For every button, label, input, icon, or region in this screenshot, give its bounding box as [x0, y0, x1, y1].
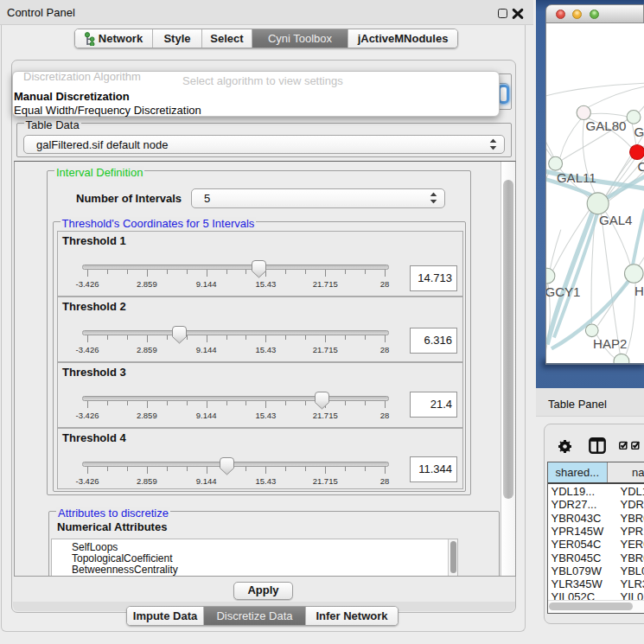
table-row[interactable]: YDR27...YDR2: [548, 498, 644, 511]
slider-tick-label: 28: [380, 476, 390, 486]
close-icon[interactable]: [512, 7, 524, 20]
checkbox-checked-icon[interactable]: [619, 441, 628, 450]
slider-tick: [167, 270, 168, 274]
table-row[interactable]: YLR345WYLR3: [548, 577, 644, 590]
table-data-combobox[interactable]: galFiltered.sif default node: [23, 135, 505, 154]
combo-updown-icon: [430, 193, 437, 204]
network-node-gal11[interactable]: [549, 156, 563, 170]
attribute-list-item[interactable]: SelfLoops: [52, 542, 457, 553]
network-graph-canvas[interactable]: GAL80GACGAL11GAL4GCY1HHAP2: [545, 23, 644, 365]
network-node-gal4[interactable]: [587, 193, 609, 214]
attribute-list-item[interactable]: BetweennessCentrality: [52, 564, 457, 576]
network-node-gcy1[interactable]: [545, 268, 555, 284]
network-node-red[interactable]: [630, 144, 644, 159]
control-panel-title: Control Panel: [7, 6, 75, 19]
slider-tick: [345, 270, 346, 274]
table-horizontal-scrollbar[interactable]: [548, 600, 644, 613]
threshold-value-field[interactable]: 6.316: [410, 328, 457, 354]
tab-jactivemnodules[interactable]: jActiveMNodules: [348, 29, 457, 48]
tab-impute-data[interactable]: Impute Data: [127, 607, 204, 625]
network-node-label: GAL11: [557, 170, 596, 185]
slider-tick: [226, 335, 227, 340]
slider-tick: [147, 270, 148, 277]
float-panel-icon[interactable]: [498, 9, 507, 18]
table-data-label: Table Data: [24, 118, 81, 131]
slider-tick: [285, 467, 286, 471]
table-row[interactable]: YBR043CYBR0: [548, 512, 644, 525]
slider-track[interactable]: [82, 396, 389, 401]
slider-thumb[interactable]: [219, 456, 235, 476]
column-header-name[interactable]: na: [608, 462, 644, 482]
tab-discretize-data[interactable]: Discretize Data: [204, 607, 306, 625]
number-of-intervals-value: 5: [192, 192, 210, 205]
slider-tick: [207, 270, 207, 277]
close-traffic-light[interactable]: [556, 10, 565, 19]
table-row[interactable]: YPR145WYPR1: [548, 525, 644, 538]
attribute-list-item[interactable]: TopologicalCoefficient: [52, 553, 457, 564]
scrollbar-thumb[interactable]: [549, 603, 633, 610]
slider-track[interactable]: [82, 462, 389, 467]
slider-thumb[interactable]: [314, 391, 330, 411]
slider-tick: [226, 401, 227, 405]
threshold-title: Threshold 1: [62, 234, 126, 247]
column-header-shared-name[interactable]: shared...: [548, 462, 609, 482]
numerical-attributes-list[interactable]: SelfLoopsTopologicalCoefficientBetweenne…: [51, 539, 458, 577]
tab-network[interactable]: Network: [75, 29, 153, 48]
table-row[interactable]: YDL19...YDL1: [548, 485, 644, 498]
threshold-value-field[interactable]: 11.344: [410, 456, 457, 482]
network-node-label: HAP2: [593, 336, 627, 351]
number-of-intervals-combobox[interactable]: 5: [191, 188, 445, 208]
network-edge: [545, 144, 553, 159]
apply-button[interactable]: Apply: [233, 582, 293, 600]
table-row[interactable]: YER054CYER0: [548, 538, 644, 551]
checkbox-checked-icon[interactable]: [631, 441, 640, 450]
slider-tick: [245, 467, 246, 471]
gear-icon[interactable]: [558, 439, 572, 454]
slider-thumb[interactable]: [171, 325, 188, 345]
tab-style[interactable]: Style: [153, 29, 202, 48]
network-node-label: GAL4: [599, 213, 632, 227]
scrollbar-thumb[interactable]: [450, 541, 456, 573]
slider-tick: [345, 467, 346, 471]
tab-select[interactable]: Select: [202, 29, 252, 48]
attributes-list-scrollbar[interactable]: [448, 539, 457, 577]
slider-track[interactable]: [82, 330, 389, 335]
slider-tick: [345, 401, 346, 405]
network-node-hap2[interactable]: [585, 324, 598, 337]
dropdown-item[interactable]: Manual Discretization: [14, 90, 130, 104]
node-table: shared... na YDL19...YDL1YDR27...YDR2YBR…: [547, 462, 644, 614]
slider-tick-label: 28: [380, 411, 390, 420]
settings-scrollpane: Interval Definition Number of Intervals …: [14, 161, 516, 577]
table-row[interactable]: YBR045CYBR0: [548, 552, 644, 564]
interval-definition-group: Interval Definition Number of Intervals …: [47, 170, 471, 495]
network-edge: [589, 86, 644, 107]
split-columns-icon[interactable]: [589, 437, 606, 454]
threshold-value-field[interactable]: 14.713: [410, 265, 457, 291]
slider-tick: [147, 467, 148, 474]
dropdown-item[interactable]: Equal Width/Frequency Discretization: [14, 104, 201, 118]
slider-tick: [107, 467, 108, 471]
network-node-ga[interactable]: [627, 110, 641, 124]
scrollbar-thumb[interactable]: [503, 180, 513, 499]
slider-tick-label: 2.859: [137, 411, 157, 420]
table-row[interactable]: YBL079WYBL0: [548, 564, 644, 577]
slider-tick: [207, 401, 207, 408]
zoom-traffic-light[interactable]: [590, 10, 599, 19]
minimize-traffic-light[interactable]: [572, 10, 582, 19]
threshold-value-field[interactable]: 21.4: [410, 392, 457, 418]
tab-cyni-toolbox[interactable]: Cyni Toolbox: [252, 29, 348, 48]
network-node-b[interactable]: [614, 354, 629, 365]
tab-label: Select: [210, 32, 243, 45]
slider-tick: [167, 401, 168, 405]
settings-vertical-scrollbar[interactable]: [501, 162, 516, 576]
slider-thumb[interactable]: [251, 259, 267, 279]
slider-tick: [385, 335, 386, 342]
tab-infer-network[interactable]: Infer Network: [306, 607, 398, 625]
slider-tick: [365, 401, 366, 405]
network-tree-icon: [85, 31, 95, 46]
network-node-h[interactable]: [624, 265, 643, 284]
control-panel-tabs: NetworkStyleSelectCyni ToolboxjActiveMNo…: [74, 29, 458, 48]
slider-tick: [305, 467, 306, 471]
slider-track[interactable]: [82, 265, 389, 270]
slider-tick-label: 28: [380, 345, 390, 354]
